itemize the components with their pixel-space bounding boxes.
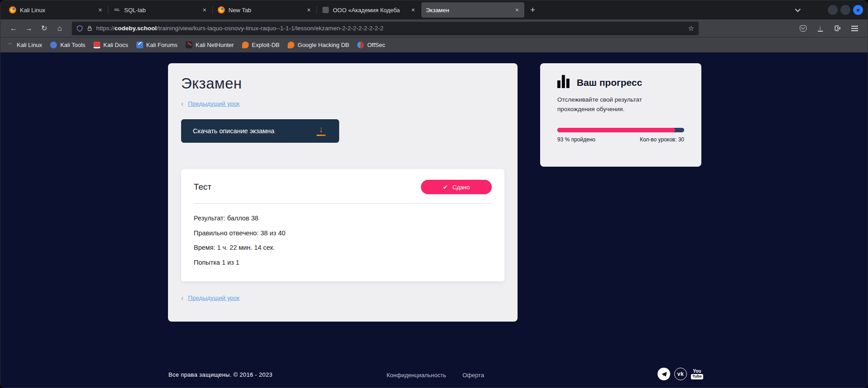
tab-bar: Kali Linux × SQL SQL-lab × New Tab × ООО… bbox=[0, 0, 868, 19]
tab-ekzamen-active[interactable]: Экзамен × bbox=[421, 2, 524, 18]
progress-fill bbox=[557, 128, 675, 132]
bookmark-kali-tools[interactable]: Kali Tools bbox=[50, 42, 85, 48]
downloads-icon[interactable]: ↓ bbox=[812, 22, 828, 35]
shield-icon[interactable] bbox=[76, 25, 83, 32]
download-exam-description-button[interactable]: Скачать описание экзамна ↓ bbox=[181, 119, 339, 143]
footer-links: Конфиденциальность Оферта bbox=[387, 372, 484, 379]
kali-tools-icon bbox=[50, 42, 57, 48]
tab-title: SQL-lab bbox=[124, 7, 198, 14]
bookmark-label: OffSec bbox=[367, 42, 385, 48]
pocket-icon[interactable] bbox=[795, 22, 811, 35]
tab-sql-lab[interactable]: SQL SQL-lab × bbox=[109, 2, 212, 18]
passed-badge-label: Сдано bbox=[453, 184, 470, 191]
bookmark-kali-docs[interactable]: Kali Docs bbox=[93, 42, 128, 48]
vk-icon[interactable]: vk bbox=[674, 368, 687, 380]
bookmark-google-hacking-db[interactable]: Google Hacking DB bbox=[288, 42, 349, 48]
extensions-puzzle-icon[interactable] bbox=[830, 22, 845, 35]
bookmark-offsec[interactable]: OffSec bbox=[357, 42, 385, 48]
test-result-card: Тест ✔ Сдано Результат: баллов 38 Правил… bbox=[181, 169, 504, 281]
list-all-tabs-chevron-icon[interactable] bbox=[795, 6, 801, 12]
test-title: Тест bbox=[194, 182, 211, 192]
url-domain: codeby.school bbox=[115, 25, 157, 32]
back-icon[interactable]: ← bbox=[6, 22, 21, 35]
bookmark-label: Google Hacking DB bbox=[298, 42, 349, 48]
page-title: Экзамен bbox=[181, 75, 504, 92]
kali-nethunter-icon bbox=[186, 42, 192, 48]
lessons-count-label: Кол-во уроков: 30 bbox=[640, 136, 684, 143]
menu-hamburger-icon[interactable] bbox=[847, 22, 862, 35]
close-window-button[interactable]: × bbox=[853, 5, 863, 15]
firefox-icon bbox=[218, 6, 225, 14]
tab-close-icon[interactable]: × bbox=[98, 6, 103, 14]
url-scheme: https:// bbox=[96, 25, 115, 32]
kali-forums-icon bbox=[136, 42, 143, 48]
progress-title: Ваш прогресс bbox=[577, 77, 642, 88]
tab-close-icon[interactable]: × bbox=[306, 6, 312, 14]
reload-icon[interactable]: ↻ bbox=[37, 22, 52, 35]
sql-favicon-icon: SQL bbox=[113, 6, 121, 14]
bookmark-kali-nethunter[interactable]: Kali NetHunter bbox=[186, 42, 234, 48]
result-time: Время: 1 ч. 22 мин. 14 сек. bbox=[194, 244, 492, 251]
previous-lesson-link-top: ‹ Предыдущий урок bbox=[181, 100, 504, 107]
chevron-left-icon: ‹ bbox=[181, 101, 183, 107]
telegram-icon[interactable] bbox=[658, 368, 670, 380]
bookmark-kali-forums[interactable]: Kali Forums bbox=[136, 42, 177, 48]
maximize-button[interactable] bbox=[840, 5, 850, 15]
bookmark-kali-linux[interactable]: Kali Linux bbox=[7, 42, 42, 48]
tab-separator bbox=[212, 6, 213, 14]
test-results: Результат: баллов 38 Правильно отвечено:… bbox=[194, 215, 492, 266]
exam-card: Экзамен ‹ Предыдущий урок Скачать описан… bbox=[168, 63, 518, 322]
bookmark-star-icon[interactable]: ☆ bbox=[688, 24, 694, 33]
bookmark-exploit-db[interactable]: Exploit-DB bbox=[242, 42, 280, 48]
url-text: https://codeby.school/training/view/kurs… bbox=[96, 25, 685, 32]
youtube-icon[interactable]: You Tube bbox=[691, 369, 703, 379]
tab-academy-codeby[interactable]: ООО «Академия Кодеба × bbox=[317, 2, 420, 18]
tab-title: ООО «Академия Кодеба bbox=[333, 7, 407, 14]
bookmark-label: Kali Forums bbox=[146, 42, 177, 48]
tab-close-icon[interactable]: × bbox=[411, 6, 416, 14]
kali-docs-icon bbox=[93, 42, 100, 48]
google-hacking-db-bird-icon bbox=[288, 42, 294, 48]
tab-close-icon[interactable]: × bbox=[514, 6, 520, 14]
bar-chart-icon bbox=[557, 75, 569, 88]
progress-percent-label: 93 % пройдено bbox=[557, 136, 595, 143]
offer-link[interactable]: Оферта bbox=[462, 372, 484, 379]
home-icon[interactable]: ⌂ bbox=[52, 22, 67, 35]
chevron-left-icon: ‹ bbox=[181, 295, 183, 301]
passed-badge[interactable]: ✔ Сдано bbox=[421, 180, 492, 194]
previous-lesson-link[interactable]: Предыдущий урок bbox=[188, 100, 239, 107]
privacy-link[interactable]: Конфиденциальность bbox=[387, 372, 446, 379]
previous-lesson-link[interactable]: Предыдущий урок bbox=[188, 295, 239, 301]
tab-new-tab[interactable]: New Tab × bbox=[213, 2, 316, 18]
previous-lesson-link-bottom: ‹ Предыдущий урок bbox=[181, 295, 504, 301]
progress-bar bbox=[557, 128, 684, 132]
new-tab-button[interactable]: + bbox=[530, 5, 535, 15]
check-icon: ✔ bbox=[443, 184, 448, 191]
tab-title: New Tab bbox=[229, 7, 303, 14]
tab-close-icon[interactable]: × bbox=[202, 6, 207, 14]
offsec-icon bbox=[357, 42, 364, 48]
bookmark-label: Kali Tools bbox=[60, 42, 85, 48]
minimize-button[interactable] bbox=[828, 5, 838, 15]
tab-separator bbox=[108, 6, 108, 14]
result-attempt: Попытка 1 из 1 bbox=[194, 259, 492, 266]
tab-title: Экзамен bbox=[426, 7, 511, 14]
browser-window: Kali Linux × SQL SQL-lab × New Tab × ООО… bbox=[0, 0, 868, 388]
codeby-favicon-icon bbox=[322, 6, 329, 14]
bookmark-label: Kali NetHunter bbox=[196, 42, 234, 48]
tab-kali-linux[interactable]: Kali Linux × bbox=[5, 2, 107, 18]
bookmark-label: Exploit-DB bbox=[252, 42, 280, 48]
forward-icon[interactable]: → bbox=[21, 22, 37, 35]
result-correct: Правильно отвечено: 38 из 40 bbox=[194, 229, 492, 237]
firefox-icon bbox=[9, 6, 16, 14]
kali-dragon-icon bbox=[7, 42, 14, 48]
result-score: Результат: баллов 38 bbox=[194, 215, 492, 222]
progress-description: Отслеживайте свой результат прохождения … bbox=[557, 95, 663, 114]
tab-title: Kali Linux bbox=[20, 7, 94, 14]
bookmarks-bar: Kali Linux Kali Tools Kali Docs Kali For… bbox=[0, 37, 868, 52]
divider bbox=[194, 203, 492, 204]
exploit-db-bird-icon bbox=[242, 42, 249, 48]
bookmark-label: Kali Docs bbox=[103, 42, 128, 48]
social-links: vk You Tube bbox=[658, 368, 703, 380]
url-bar[interactable]: https://codeby.school/training/view/kurs… bbox=[72, 22, 699, 35]
